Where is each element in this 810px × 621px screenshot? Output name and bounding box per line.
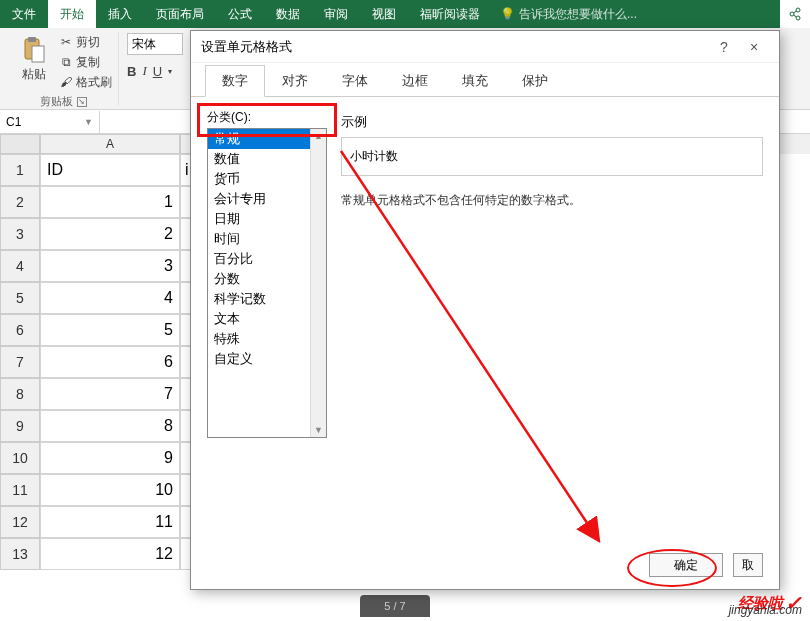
- cell[interactable]: 12: [40, 538, 180, 570]
- bold-button[interactable]: B: [127, 64, 136, 79]
- copy-label: 复制: [76, 54, 100, 71]
- name-box[interactable]: C1 ▼: [0, 111, 100, 133]
- listbox-scrollbar[interactable]: ▲▼: [310, 129, 326, 437]
- svg-rect-6: [28, 37, 36, 42]
- clipboard-group: 粘贴 ✂ 剪切 ⧉ 复制 🖌 格式刷 剪贴板 ↘: [8, 32, 119, 105]
- row-header[interactable]: 9: [0, 410, 40, 442]
- ok-button[interactable]: 确定: [649, 553, 723, 577]
- dialog-tabs: 数字 对齐 字体 边框 填充 保护: [191, 63, 779, 97]
- cancel-button[interactable]: 取: [733, 553, 763, 577]
- tab-pagelayout[interactable]: 页面布局: [144, 0, 216, 28]
- dialog-tab-border[interactable]: 边框: [385, 65, 445, 97]
- row-header[interactable]: 13: [0, 538, 40, 570]
- tab-view[interactable]: 视图: [360, 0, 408, 28]
- tab-insert[interactable]: 插入: [96, 0, 144, 28]
- category-option[interactable]: 时间: [208, 229, 326, 249]
- cell[interactable]: 8: [40, 410, 180, 442]
- help-button[interactable]: ?: [709, 32, 739, 62]
- category-option[interactable]: 文本: [208, 309, 326, 329]
- cell[interactable]: 6: [40, 346, 180, 378]
- font-group: B I U ▾: [119, 32, 191, 105]
- category-option[interactable]: 科学记数: [208, 289, 326, 309]
- underline-button[interactable]: U: [153, 64, 162, 79]
- paste-button[interactable]: 粘贴: [14, 32, 54, 92]
- category-option[interactable]: 特殊: [208, 329, 326, 349]
- dialog-titlebar[interactable]: 设置单元格格式 ? ×: [191, 31, 779, 63]
- category-option[interactable]: 数值: [208, 149, 326, 169]
- italic-button[interactable]: I: [142, 63, 146, 79]
- name-box-value: C1: [6, 115, 21, 129]
- select-all-corner[interactable]: [0, 134, 40, 154]
- row-header[interactable]: 8: [0, 378, 40, 410]
- paste-icon: [20, 34, 48, 66]
- ribbon-tab-bar: 文件 开始 插入 页面布局 公式 数据 审阅 视图 福昕阅读器 💡 告诉我您想要…: [0, 0, 810, 28]
- tab-file[interactable]: 文件: [0, 0, 48, 28]
- cell[interactable]: 5: [40, 314, 180, 346]
- name-box-dropdown-icon[interactable]: ▼: [84, 117, 93, 127]
- format-painter-button[interactable]: 🖌 格式刷: [58, 72, 112, 92]
- category-option[interactable]: 分数: [208, 269, 326, 289]
- font-name-input[interactable]: [127, 33, 183, 55]
- cell[interactable]: 3: [40, 250, 180, 282]
- row-header[interactable]: 10: [0, 442, 40, 474]
- scissors-icon: ✂: [58, 34, 74, 50]
- svg-line-4: [794, 15, 797, 17]
- tab-review[interactable]: 审阅: [312, 0, 360, 28]
- category-option[interactable]: 自定义: [208, 349, 326, 369]
- tab-home[interactable]: 开始: [48, 0, 96, 28]
- paste-label: 粘贴: [22, 66, 46, 83]
- cell[interactable]: 4: [40, 282, 180, 314]
- close-button[interactable]: ×: [739, 32, 769, 62]
- category-option[interactable]: 货币: [208, 169, 326, 189]
- row-header[interactable]: 5: [0, 282, 40, 314]
- cut-label: 剪切: [76, 34, 100, 51]
- row-header[interactable]: 11: [0, 474, 40, 506]
- dialog-tab-protection[interactable]: 保护: [505, 65, 565, 97]
- tab-foxit[interactable]: 福昕阅读器: [408, 0, 492, 28]
- dialog-tab-number[interactable]: 数字: [205, 65, 265, 97]
- row-header[interactable]: 3: [0, 218, 40, 250]
- tab-formulas[interactable]: 公式: [216, 0, 264, 28]
- tell-me-label: 告诉我您想要做什么...: [519, 6, 637, 23]
- row-header[interactable]: 7: [0, 346, 40, 378]
- sample-box: 小时计数: [341, 137, 763, 176]
- category-option[interactable]: 百分比: [208, 249, 326, 269]
- cell[interactable]: 2: [40, 218, 180, 250]
- category-listbox[interactable]: 常规数值货币会计专用日期时间百分比分数科学记数文本特殊自定义▲▼: [207, 128, 327, 438]
- format-painter-label: 格式刷: [76, 74, 112, 91]
- format-cells-dialog: 设置单元格格式 ? × 数字 对齐 字体 边框 填充 保护 分类(C): 常规数…: [190, 30, 780, 590]
- scroll-down-icon[interactable]: ▼: [314, 425, 323, 435]
- svg-line-3: [794, 11, 797, 13]
- watermark: 经验啦 ✓ jingyanla.com: [738, 591, 802, 615]
- category-option[interactable]: 常规: [208, 129, 326, 149]
- cell[interactable]: ID: [40, 154, 180, 186]
- dialog-tab-alignment[interactable]: 对齐: [265, 65, 325, 97]
- row-header[interactable]: 1: [0, 154, 40, 186]
- cell[interactable]: 10: [40, 474, 180, 506]
- scroll-up-icon[interactable]: ▲: [314, 131, 323, 141]
- category-option[interactable]: 会计专用: [208, 189, 326, 209]
- tell-me-search[interactable]: 💡 告诉我您想要做什么...: [500, 0, 637, 28]
- row-header[interactable]: 6: [0, 314, 40, 346]
- row-header[interactable]: 4: [0, 250, 40, 282]
- tab-data[interactable]: 数据: [264, 0, 312, 28]
- column-header-a[interactable]: A: [40, 134, 180, 154]
- cell[interactable]: 9: [40, 442, 180, 474]
- clipboard-launcher-icon[interactable]: ↘: [77, 97, 87, 107]
- row-header[interactable]: 2: [0, 186, 40, 218]
- cut-button[interactable]: ✂ 剪切: [58, 32, 112, 52]
- cell[interactable]: 1: [40, 186, 180, 218]
- cell[interactable]: 7: [40, 378, 180, 410]
- watermark-text: jingyanla.com: [729, 603, 802, 617]
- svg-rect-7: [32, 46, 44, 62]
- page-indicator: 5 / 7: [360, 595, 430, 617]
- copy-button[interactable]: ⧉ 复制: [58, 52, 112, 72]
- dialog-tab-font[interactable]: 字体: [325, 65, 385, 97]
- cell[interactable]: 11: [40, 506, 180, 538]
- category-option[interactable]: 日期: [208, 209, 326, 229]
- underline-dropdown-icon[interactable]: ▾: [168, 67, 172, 76]
- lightbulb-icon: 💡: [500, 7, 515, 21]
- row-header[interactable]: 12: [0, 506, 40, 538]
- dialog-tab-fill[interactable]: 填充: [445, 65, 505, 97]
- ribbon-share-button[interactable]: [780, 0, 810, 28]
